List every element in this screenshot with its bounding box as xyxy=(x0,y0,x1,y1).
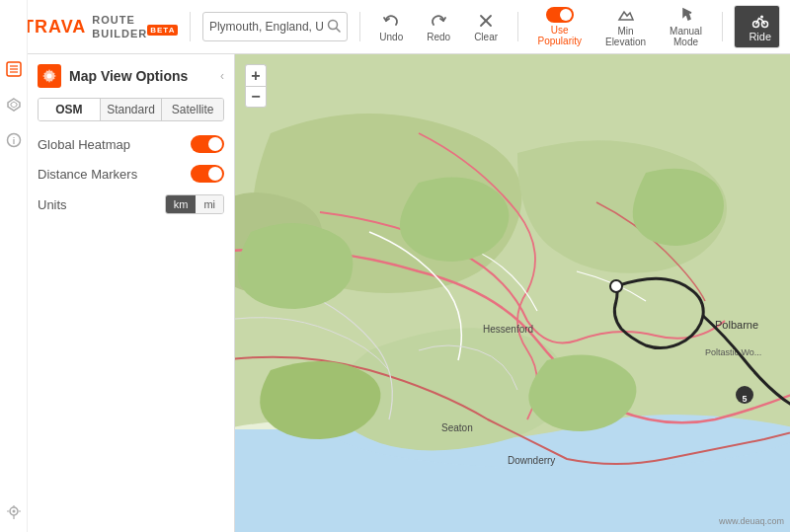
distance-markers-toggle[interactable] xyxy=(191,165,224,183)
layers-icon-item[interactable] xyxy=(4,59,24,79)
svg-text:Hessenford: Hessenford xyxy=(483,324,533,335)
logo: STRAVA ROUTE BUILDERBETA xyxy=(10,14,178,39)
svg-text:i: i xyxy=(12,136,15,146)
gear-icon xyxy=(38,64,61,88)
zoom-in-button[interactable]: + xyxy=(245,64,267,86)
watermark: www.deuaq.com xyxy=(719,516,784,526)
undo-button[interactable]: Undo xyxy=(371,8,411,46)
svg-marker-12 xyxy=(8,99,20,111)
search-icon[interactable] xyxy=(327,19,341,36)
map-area[interactable]: Landrake Tremato... Polbarne Hessenford … xyxy=(235,54,790,532)
svg-point-6 xyxy=(760,16,763,19)
distance-markers-label: Distance Markers xyxy=(38,167,137,182)
global-heatmap-toggle[interactable] xyxy=(191,135,224,153)
svg-text:5: 5 xyxy=(742,394,747,404)
use-popularity-button[interactable]: Use Popularity xyxy=(530,3,590,50)
panel-header: Map View Options ‹ xyxy=(38,64,224,88)
svg-text:Downderry: Downderry xyxy=(508,455,555,466)
sidebar-panel: Map View Options ‹ OSM Standard Satellit… xyxy=(28,54,235,532)
mode-button-group: Ride Run xyxy=(734,5,780,48)
info-icon-item[interactable]: i xyxy=(4,130,24,150)
units-toggle: km mi xyxy=(165,194,224,214)
svg-point-17 xyxy=(12,510,15,513)
route-start-marker xyxy=(610,280,622,292)
ride-label: Ride xyxy=(749,31,771,42)
map-type-satellite[interactable]: Satellite xyxy=(162,99,223,120)
panel-title: Map View Options xyxy=(69,68,212,84)
units-row: Units km mi xyxy=(38,194,224,214)
manual-mode-button[interactable]: Manual Mode xyxy=(662,2,710,51)
popularity-toggle[interactable] xyxy=(546,7,574,23)
route-builder-text: ROUTE BUILDERBETA xyxy=(92,14,178,39)
distance-markers-row: Distance Markers xyxy=(38,165,224,183)
map-type-osm[interactable]: OSM xyxy=(39,99,101,120)
clear-button[interactable]: Clear xyxy=(466,8,506,46)
units-label: Units xyxy=(38,197,67,212)
global-heatmap-row: Global Heatmap xyxy=(38,135,224,153)
global-heatmap-label: Global Heatmap xyxy=(38,137,130,152)
min-elevation-button[interactable]: Min Elevation xyxy=(597,2,654,51)
svg-marker-13 xyxy=(11,102,17,108)
map-canvas: Landrake Tremato... Polbarne Hessenford … xyxy=(235,54,790,532)
left-icon-bar: i xyxy=(0,0,28,532)
beta-badge: BETA xyxy=(147,25,178,36)
svg-line-1 xyxy=(336,28,340,32)
zoom-out-button[interactable]: − xyxy=(245,86,267,108)
ride-mode-button[interactable]: Ride xyxy=(735,6,780,47)
map-type-tabs: OSM Standard Satellite xyxy=(38,98,224,121)
unit-mi-button[interactable]: mi xyxy=(196,195,223,213)
svg-text:Seaton: Seaton xyxy=(441,422,473,433)
layers-icon-2[interactable] xyxy=(4,95,24,114)
header: STRAVA ROUTE BUILDERBETA Undo Redo xyxy=(0,0,790,54)
main-area: i Map View Op xyxy=(0,54,790,532)
map-type-standard[interactable]: Standard xyxy=(101,99,163,120)
location-icon-item[interactable] xyxy=(4,502,24,522)
search-area[interactable] xyxy=(202,12,348,41)
unit-km-button[interactable]: km xyxy=(166,195,197,213)
search-input[interactable] xyxy=(209,20,323,34)
svg-text:Polbarne: Polbarne xyxy=(715,319,758,331)
zoom-controls: + − xyxy=(245,64,267,108)
map-view-options-panel: Map View Options ‹ OSM Standard Satellit… xyxy=(28,54,234,236)
collapse-arrow[interactable]: ‹ xyxy=(220,69,224,83)
redo-button[interactable]: Redo xyxy=(419,8,458,46)
